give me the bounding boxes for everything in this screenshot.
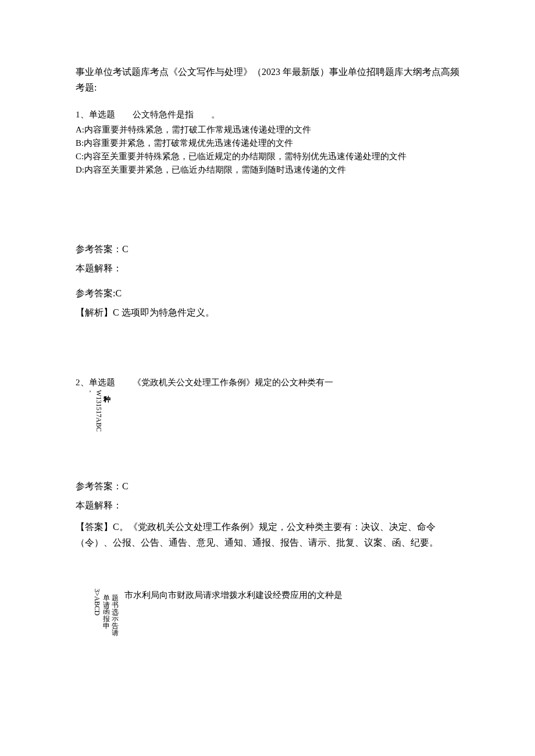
q2-stem: 《党政机关公文处理工作条例》规定的公文种类有一 [133, 376, 333, 389]
q3-zh-column-2: 题 书 选 示 告 请 [111, 589, 119, 624]
q1-option-d: D:内容至关重要并紧急，已临近办结期限，需随到随时迅速传递的文件 [76, 163, 459, 177]
q1-explanation-label: 本题解释： [76, 260, 459, 276]
q2-en-column: W131517ABC [95, 390, 102, 432]
q1-stem: 1、单选题 公文特急件是指 。 [76, 108, 459, 121]
q1-option-c: C:内容至关重要并特殊紧急，已临近规定的办结期限，需特别优先迅速传递处理的文件 [76, 150, 459, 163]
q1-option-b: B:内容重要并紧急，需打破常规优先迅速传递处理的文件 [76, 137, 459, 150]
q2-explanation: 【答案】C。《党政机关公文处理工作条例》规定，公文种类主要有：决议、决定、命令（… [76, 519, 459, 550]
q2-comma: ， [86, 390, 94, 397]
q2-lead: 2、单选题 [76, 376, 115, 389]
q1-answer-key: 参考答案：C [76, 241, 459, 257]
q3-zh-column-1: 单 请 函 报 申 [103, 589, 110, 617]
page-title: 事业单位考试题库考点《公文写作与处理》（2023 年最新版）事业单位招聘题库大纲… [76, 64, 459, 95]
q1-answer-key-2: 参考答案:C [76, 285, 459, 301]
q3-en-column: 3>ABCD [93, 589, 101, 615]
question-3: 3>ABCD 单 请 函 报 申 题 书 选 示 告 请 市水利局向市财政局请求… [76, 589, 459, 624]
q1-option-a: A:内容重要并特殊紧急，需打破工作常规迅速传递处理的文件 [76, 123, 459, 137]
question-2: 2、单选题 ， W131517ABC 种种种种种 《党政机关公文处理工作条例》规… [76, 376, 459, 431]
q3-stem: 市水利局向市财政局请求增拨水利建设经费应用的文种是 [124, 589, 343, 602]
q1-explanation: 【解析】C 选项即为特急件定义。 [76, 304, 459, 320]
q2-explanation-label: 本题解释： [76, 497, 459, 513]
q2-answer-key: 参考答案：C [76, 478, 459, 494]
question-1: 1、单选题 公文特急件是指 。 A:内容重要并特殊紧急，需打破工作常规迅速传递处… [76, 108, 459, 177]
